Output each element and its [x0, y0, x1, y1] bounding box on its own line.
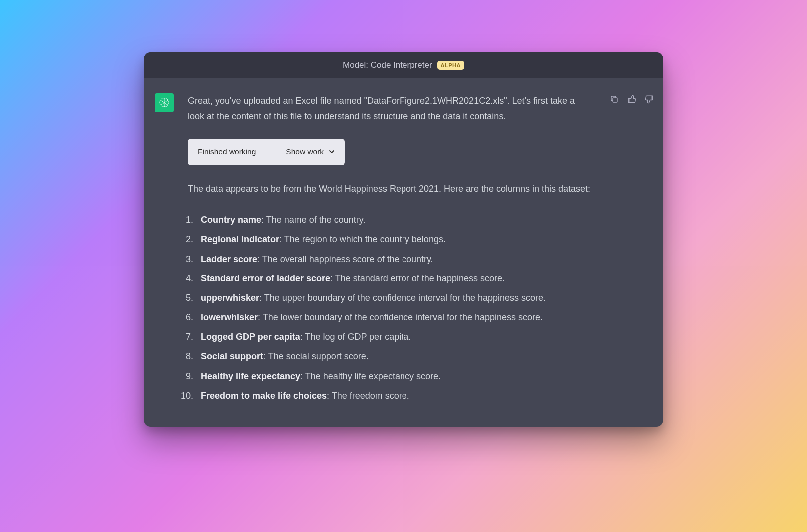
- work-status: Finished working: [198, 145, 256, 158]
- columns-intro: The data appears to be from the World Ha…: [188, 181, 591, 197]
- column-item: lowerwhisker: The lower boundary of the …: [196, 309, 591, 326]
- svg-rect-0: [613, 98, 617, 102]
- column-term: lowerwhisker: [201, 312, 258, 322]
- column-desc: : The lower boundary of the confidence i…: [258, 312, 543, 322]
- column-item: Healthy life expectancy: The healthy lif…: [196, 368, 591, 385]
- column-item: Country name: The name of the country.: [196, 211, 591, 228]
- column-item: Social support: The social support score…: [196, 348, 591, 365]
- thumbs-down-icon: [645, 95, 654, 104]
- model-header: Model: Code Interpreter ALPHA: [144, 52, 663, 78]
- column-desc: : The overall happiness score of the cou…: [257, 254, 433, 264]
- model-label: Model: Code Interpreter: [343, 60, 432, 70]
- intro-paragraph: Great, you've uploaded an Excel file nam…: [188, 93, 591, 124]
- column-desc: : The standard error of the happiness sc…: [330, 273, 505, 283]
- show-work-toggle[interactable]: Show work: [286, 145, 335, 158]
- copy-button[interactable]: [609, 94, 619, 104]
- copy-icon: [610, 95, 619, 104]
- column-item: Freedom to make life choices: The freedo…: [196, 387, 591, 404]
- column-desc: : The log of GDP per capita.: [300, 332, 411, 342]
- assistant-message: Great, you've uploaded an Excel file nam…: [144, 78, 663, 427]
- column-term: Social support: [201, 351, 263, 361]
- thumbs-up-button[interactable]: [627, 94, 637, 104]
- column-item: Logged GDP per capita: The log of GDP pe…: [196, 328, 591, 345]
- message-actions: [609, 93, 654, 407]
- column-term: Ladder score: [201, 254, 257, 264]
- column-term: Standard error of ladder score: [201, 273, 330, 283]
- column-desc: : The upper boundary of the confidence i…: [259, 293, 546, 303]
- column-item: Ladder score: The overall happiness scor…: [196, 251, 591, 267]
- openai-logo-icon: [158, 97, 170, 109]
- column-term: upperwhisker: [201, 293, 259, 303]
- chat-card: Model: Code Interpreter ALPHA Great, you…: [144, 52, 663, 427]
- column-desc: : The healthy life expectancy score.: [300, 371, 441, 381]
- thumbs-up-icon: [627, 95, 636, 104]
- column-desc: : The social support score.: [263, 351, 369, 361]
- thumbs-down-button[interactable]: [644, 94, 654, 104]
- columns-list: Country name: The name of the country.Re…: [186, 211, 591, 404]
- column-item: upperwhisker: The upper boundary of the …: [196, 289, 591, 306]
- column-term: Regional indicator: [201, 234, 279, 244]
- column-term: Country name: [201, 215, 261, 225]
- column-desc: : The region to which the country belong…: [279, 234, 446, 244]
- column-term: Logged GDP per capita: [201, 332, 300, 342]
- alpha-badge: ALPHA: [437, 61, 464, 70]
- chevron-down-icon: [329, 149, 335, 155]
- code-work-box[interactable]: Finished working Show work: [188, 139, 345, 165]
- message-content: Great, you've uploaded an Excel file nam…: [188, 93, 595, 407]
- assistant-avatar: [155, 93, 174, 112]
- column-term: Freedom to make life choices: [201, 391, 327, 401]
- column-item: Regional indicator: The region to which …: [196, 231, 591, 248]
- column-term: Healthy life expectancy: [201, 371, 300, 381]
- column-desc: : The name of the country.: [261, 215, 365, 225]
- column-item: Standard error of ladder score: The stan…: [196, 270, 591, 287]
- column-desc: : The freedom score.: [327, 391, 409, 401]
- show-work-label: Show work: [286, 145, 324, 158]
